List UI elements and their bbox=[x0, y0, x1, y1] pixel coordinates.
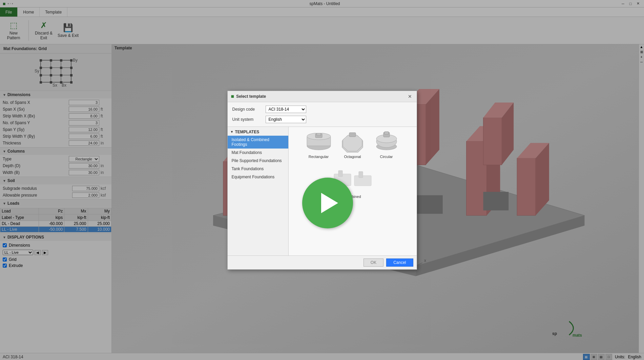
template-card-rectangular[interactable]: Rectangular bbox=[305, 132, 332, 159]
modal-footer: OK Cancel bbox=[228, 255, 417, 269]
design-code-label: Design code bbox=[232, 107, 263, 112]
circ-icon-svg bbox=[375, 131, 398, 153]
play-icon bbox=[321, 193, 338, 213]
template-label-rectangular: Rectangular bbox=[309, 155, 329, 159]
template-item-mat[interactable]: Mat Foundations bbox=[228, 149, 288, 157]
templates-section-header: ▼ TEMPLATES bbox=[228, 128, 288, 136]
template-item-tank[interactable]: Tank Foundations bbox=[228, 165, 288, 173]
rect-icon-svg bbox=[305, 133, 332, 152]
template-item-isolated[interactable]: Isolated & Combined Footings bbox=[228, 136, 288, 149]
template-card-octagonal[interactable]: Octagonal bbox=[339, 132, 366, 159]
ok-button[interactable]: OK bbox=[363, 258, 383, 267]
template-icon-circular bbox=[373, 132, 400, 153]
template-icon-octagonal bbox=[339, 132, 366, 153]
svg-rect-70 bbox=[349, 133, 356, 137]
svg-rect-78 bbox=[338, 171, 342, 177]
template-icon-rectangular bbox=[305, 132, 332, 153]
select-template-modal: ■ Select template ✕ Design code ACI 318-… bbox=[227, 91, 417, 270]
oct-icon-svg bbox=[340, 132, 365, 153]
modal-content: ▼ TEMPLATES Isolated & Combined Footings… bbox=[228, 127, 417, 255]
modal-form: Design code ACI 318-14 Unit system Engli… bbox=[228, 102, 417, 127]
unit-system-row: Unit system English bbox=[232, 116, 412, 123]
svg-rect-75 bbox=[385, 132, 389, 134]
template-card-circular[interactable]: Circular bbox=[373, 132, 400, 159]
modal-title: ■ Select template bbox=[231, 93, 266, 99]
svg-marker-69 bbox=[343, 135, 362, 151]
svg-rect-67 bbox=[317, 133, 321, 136]
modal-overlay: ■ Select template ✕ Design code ACI 318-… bbox=[0, 0, 644, 360]
template-label-circular: Circular bbox=[380, 155, 393, 159]
modal-close-button[interactable]: ✕ bbox=[407, 93, 413, 100]
template-label-octagonal: Octagonal bbox=[344, 155, 361, 159]
cancel-button[interactable]: Cancel bbox=[386, 258, 413, 267]
svg-rect-79 bbox=[359, 172, 363, 178]
play-button[interactable] bbox=[302, 178, 353, 228]
unit-system-label: Unit system bbox=[232, 117, 263, 122]
design-code-select[interactable]: ACI 318-14 bbox=[266, 106, 306, 113]
template-item-equipment[interactable]: Equipment Foundations bbox=[228, 173, 288, 181]
unit-system-select[interactable]: English bbox=[266, 116, 306, 123]
template-right: Rectangular Octagonal bbox=[289, 127, 417, 255]
modal-header: ■ Select template ✕ bbox=[228, 91, 417, 102]
modal-body: Design code ACI 318-14 Unit system Engli… bbox=[228, 102, 417, 255]
modal-icon: ■ bbox=[231, 93, 234, 99]
design-code-row: Design code ACI 318-14 bbox=[232, 106, 412, 113]
template-item-pile[interactable]: Pile Supported Foundations bbox=[228, 157, 288, 165]
template-list: ▼ TEMPLATES Isolated & Combined Footings… bbox=[228, 127, 289, 255]
